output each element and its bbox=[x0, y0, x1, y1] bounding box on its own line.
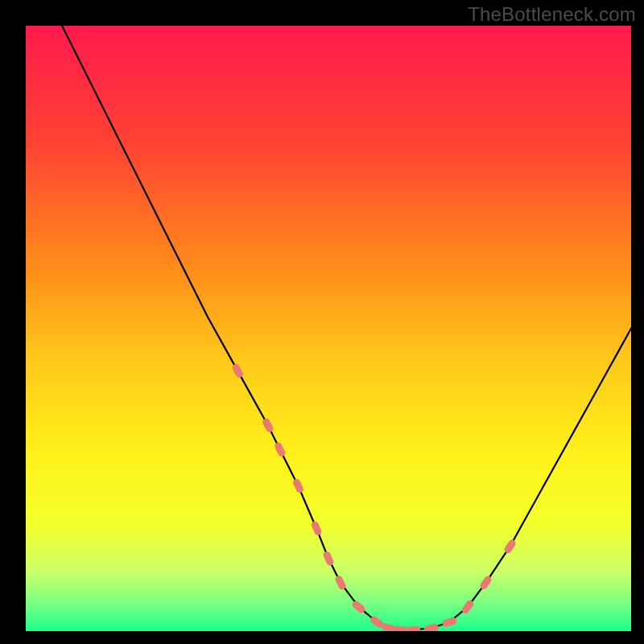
plot-area bbox=[26, 26, 631, 631]
svg-rect-0 bbox=[26, 26, 631, 631]
chart-frame: TheBottleneck.com bbox=[0, 0, 644, 644]
watermark-text: TheBottleneck.com bbox=[468, 3, 636, 26]
background-gradient bbox=[26, 26, 631, 631]
